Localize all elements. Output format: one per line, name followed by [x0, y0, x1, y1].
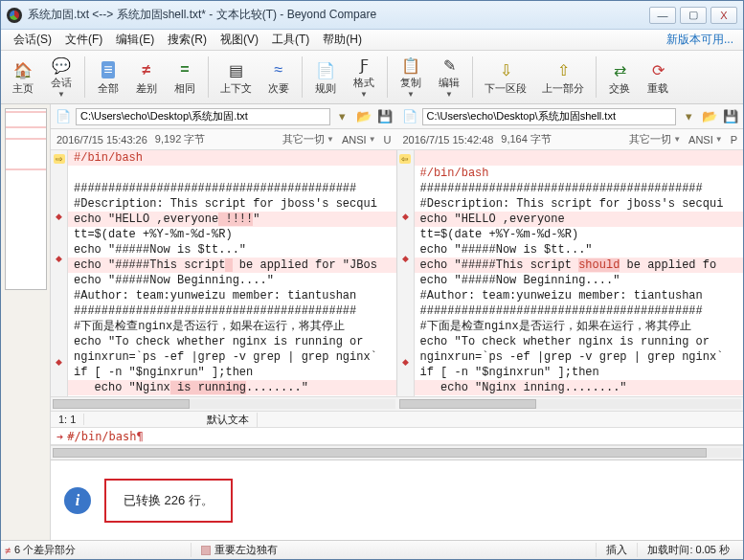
- tb-sessions[interactable]: 💬会话▼: [43, 53, 79, 101]
- code-line[interactable]: [68, 166, 396, 181]
- tb-rules[interactable]: 📄规则: [307, 53, 344, 101]
- tb-diffs[interactable]: ≠差别: [128, 53, 165, 101]
- tb-context[interactable]: ▤上下文: [214, 53, 259, 101]
- menu-tools[interactable]: 工具(T): [265, 30, 316, 50]
- right-hscrollbar[interactable]: [397, 396, 744, 411]
- code-line[interactable]: echo "#####Now is $tt...": [68, 242, 396, 258]
- code-line[interactable]: echo "Nginx inning........": [415, 380, 744, 395]
- menu-file[interactable]: 文件(F): [58, 30, 109, 50]
- tb-prev-section[interactable]: ⇧上一部分: [535, 53, 591, 101]
- left-path-bar: 📄 ▾ 📂 💾: [51, 104, 397, 129]
- marker-icon: ◆: [399, 357, 411, 367]
- menu-search[interactable]: 搜索(R): [161, 30, 214, 50]
- code-line[interactable]: echo "Now to stop nginx": [415, 395, 744, 396]
- right-size: 9,164 字节: [501, 132, 552, 146]
- left-hscrollbar[interactable]: [51, 396, 397, 411]
- save-icon[interactable]: 💾: [376, 108, 394, 125]
- overview-map[interactable]: [5, 108, 47, 290]
- code-line[interactable]: tt=$(date +%Y-%m-%d-%R): [68, 227, 396, 242]
- open-folder-icon[interactable]: 📂: [701, 108, 718, 125]
- left-filter-dropdown[interactable]: 其它一切▼: [282, 132, 334, 146]
- tb-home[interactable]: 🏠主页: [5, 53, 41, 101]
- menu-help[interactable]: 帮助(H): [316, 30, 369, 50]
- tb-copy[interactable]: 📋复制▼: [393, 53, 429, 101]
- code-line[interactable]: #Description: This script for jboss's se…: [415, 196, 744, 212]
- tb-same[interactable]: =相同: [167, 53, 203, 101]
- current-line-view: ➔ #/bin/bash¶: [51, 428, 743, 445]
- code-line[interactable]: #Description: This script for jboss's se…: [68, 196, 396, 212]
- code-line[interactable]: echo "#####Now Beginning....": [68, 273, 396, 288]
- maximize-button[interactable]: ▢: [680, 7, 707, 24]
- code-line[interactable]: echo "#####This script be applied for "J…: [68, 258, 396, 273]
- app-icon: [7, 8, 22, 23]
- marker-icon: ◆: [399, 212, 411, 221]
- tb-format[interactable]: Ƒ格式▼: [346, 53, 382, 101]
- close-button[interactable]: X: [710, 7, 737, 24]
- code-line[interactable]: nginxrun=`ps -ef |grep -v grep | grep ng…: [415, 349, 744, 365]
- code-line[interactable]: echo "HELLO ,everyone: [415, 212, 744, 227]
- tb-swap[interactable]: ⇄交换: [601, 53, 638, 101]
- code-line[interactable]: echo "#####This script should be applied…: [415, 258, 744, 273]
- code-line[interactable]: echo "HELLO ,everyone !!!!": [68, 212, 396, 227]
- title-bar: 系统加固.txt <--> 系统加固shell.txt* - 文本比较(T) -…: [1, 1, 743, 30]
- code-line[interactable]: echo "To check whether nginx is running …: [68, 334, 396, 349]
- update-link[interactable]: 新版本可用...: [666, 32, 733, 48]
- code-line[interactable]: ########################################…: [415, 181, 744, 196]
- right-enc-dropdown[interactable]: ANSI▼: [688, 134, 723, 146]
- copy-icon: 📋: [399, 56, 422, 76]
- code-line[interactable]: echo "Now to stop nginx": [68, 395, 396, 396]
- menu-view[interactable]: 视图(V): [214, 30, 265, 50]
- code-line[interactable]: tt=$(date +%Y-%m-%d-%R): [415, 227, 744, 242]
- right-pane: ⇦ ◆ ◆ ◆ #/bin/bash######################…: [397, 150, 744, 396]
- code-line[interactable]: echo "To check whether nginx is running …: [415, 334, 744, 349]
- swap-icon: ⇄: [608, 58, 631, 81]
- code-line[interactable]: #Author: team:yunweizu member: tiantusha…: [415, 288, 744, 303]
- dropdown-icon[interactable]: ▾: [334, 108, 351, 125]
- left-editor[interactable]: #/bin/bash #############################…: [68, 150, 396, 396]
- tb-edit[interactable]: ✎编辑▼: [431, 53, 467, 101]
- code-line[interactable]: [415, 150, 744, 166]
- code-line[interactable]: #下面是检查nginx是否运行，如果在运行，将其停止: [415, 319, 744, 334]
- tb-all[interactable]: ≡全部: [90, 53, 126, 101]
- left-info-bar: 2016/7/15 15:43:26 9,192 字节 其它一切▼ ANSI▼ …: [51, 129, 397, 150]
- left-path-input[interactable]: [76, 108, 330, 125]
- right-path-bar: 📄 ▾ 📂 💾: [397, 104, 744, 129]
- right-editor[interactable]: #/bin/bash##############################…: [415, 150, 744, 396]
- minimize-button[interactable]: —: [649, 7, 676, 24]
- code-line[interactable]: ########################################…: [68, 181, 396, 196]
- home-icon: 🏠: [11, 58, 34, 81]
- code-line[interactable]: #/bin/bash: [68, 150, 396, 166]
- selline-hscrollbar[interactable]: [51, 445, 743, 459]
- right-filter-dropdown[interactable]: 其它一切▼: [629, 132, 681, 146]
- position-bar: 1: 1 默认文本: [51, 411, 743, 428]
- tb-minor[interactable]: ≈次要: [260, 53, 297, 101]
- status-mode: 插入: [596, 543, 637, 557]
- code-line[interactable]: if [ -n "$nginxrun" ];then: [415, 365, 744, 380]
- code-line[interactable]: #Author: team:yunweizu member: tiantusha…: [68, 288, 396, 303]
- code-line[interactable]: nginxrun=`ps -ef |grep -v grep | grep ng…: [68, 349, 396, 365]
- right-date: 2016/7/15 15:42:48: [403, 134, 494, 146]
- menu-session[interactable]: 会话(S): [7, 30, 58, 50]
- left-enc-dropdown[interactable]: ANSI▼: [342, 134, 376, 146]
- menu-edit[interactable]: 编辑(E): [109, 30, 161, 50]
- code-line[interactable]: echo "Nginx is running........": [68, 380, 396, 395]
- code-line[interactable]: #/bin/bash: [415, 166, 744, 181]
- marker-icon: ◆: [399, 254, 411, 263]
- code-line[interactable]: #下面是检查nginx是否运行，如果在运行，将其停止: [68, 319, 396, 334]
- left-pane: ⇨ ◆ ◆ ◆ #/bin/bash #####################…: [51, 150, 397, 396]
- arrow-icon: ➔: [56, 430, 63, 443]
- tb-reload[interactable]: ⟳重载: [640, 53, 676, 101]
- tb-next-section[interactable]: ⇩下一区段: [478, 53, 533, 101]
- open-folder-icon[interactable]: 📂: [355, 108, 372, 125]
- code-line[interactable]: if [ -n "$nginxrun" ];then: [68, 365, 396, 380]
- code-line[interactable]: echo "#####Now Beginning....": [415, 273, 744, 288]
- right-path-input[interactable]: [422, 108, 677, 125]
- code-line[interactable]: echo "#####Now is $tt...": [415, 242, 744, 258]
- dropdown-icon[interactable]: ▾: [680, 108, 697, 125]
- code-line[interactable]: ########################################…: [68, 303, 396, 319]
- save-icon[interactable]: 💾: [722, 108, 739, 125]
- diff-icon: ≠: [135, 58, 158, 81]
- info-icon: i: [64, 487, 91, 514]
- code-line[interactable]: ########################################…: [415, 303, 744, 319]
- left-size: 9,192 字节: [155, 132, 206, 146]
